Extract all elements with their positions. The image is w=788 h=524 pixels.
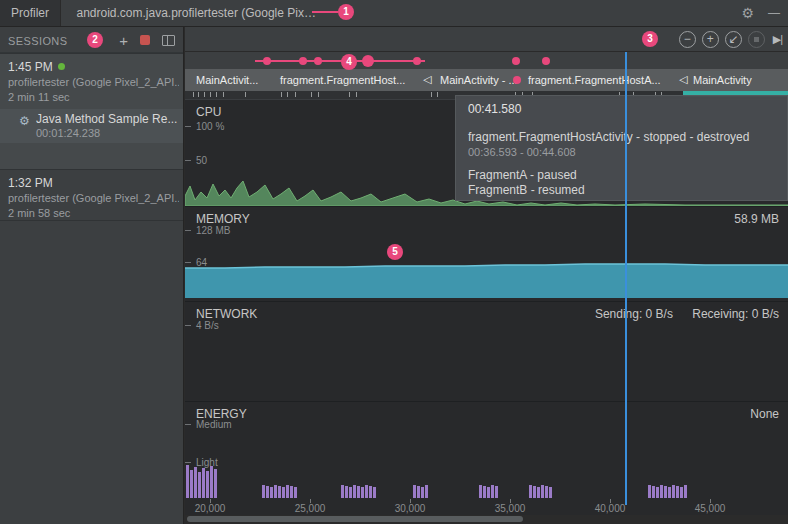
time-axis-label: 40,000 xyxy=(595,503,626,514)
session-item-1[interactable]: 1:45 PM profilertester (Google Pixel_2_A… xyxy=(0,53,183,169)
tooltip-range: 00:36.593 - 00:44.608 xyxy=(468,146,576,158)
network-sending: Sending: 0 B/s xyxy=(595,307,673,321)
add-session-button[interactable]: + xyxy=(119,33,128,48)
energy-bar xyxy=(198,472,201,498)
tab-profiler[interactable]: Profiler xyxy=(0,0,61,26)
tab-session[interactable]: android.com.java.profilertester (Google … xyxy=(65,0,333,26)
lifecycle-tick xyxy=(431,92,432,97)
energy-bar xyxy=(274,485,277,498)
stop-session-button[interactable] xyxy=(140,35,150,45)
lifecycle-tick xyxy=(318,92,319,97)
annotation-badge-4: 4 xyxy=(341,54,357,70)
energy-bar xyxy=(668,487,671,498)
energy-bar xyxy=(353,485,356,498)
settings-gear-icon[interactable]: ⚙ xyxy=(741,5,754,21)
energy-bar xyxy=(676,486,679,498)
activity-label: MainActivity xyxy=(693,74,752,86)
profiler-toolbar: − + ↙ ▶| 3 xyxy=(185,27,788,52)
energy-bar xyxy=(190,470,193,498)
energy-section[interactable]: ENERGY None Medium Light xyxy=(185,401,788,499)
reset-zoom-button[interactable]: ↙ xyxy=(725,31,742,48)
activity-event-dot xyxy=(314,57,322,65)
energy-bar xyxy=(186,465,189,498)
lifecycle-tick xyxy=(210,92,211,97)
session-item-2[interactable]: 1:32 PM profilertester (Google Pixel_2_A… xyxy=(0,169,183,221)
energy-bar xyxy=(652,486,655,498)
memory-current-value: 58.9 MB xyxy=(734,212,779,226)
scrollbar-thumb[interactable] xyxy=(187,516,523,522)
time-axis-label: 35,000 xyxy=(495,503,526,514)
lifecycle-tick xyxy=(287,92,288,97)
energy-current-value: None xyxy=(750,407,779,421)
tooltip-time: 00:41.580 xyxy=(468,102,521,116)
live-indicator-dot xyxy=(58,63,65,70)
energy-bar xyxy=(483,486,486,498)
session-artifact-item[interactable]: ⚙ Java Method Sample Re... 00:01:24.238 xyxy=(0,109,183,143)
energy-bar xyxy=(194,467,197,498)
energy-bar xyxy=(413,485,416,498)
energy-bar xyxy=(421,487,424,498)
activity-label: MainActivity - ... xyxy=(440,74,518,86)
time-axis-label: 30,000 xyxy=(395,503,426,514)
go-live-button[interactable]: ▶| xyxy=(773,33,782,46)
activity-event-dot xyxy=(263,57,271,65)
sessions-header: SESSIONS + 2 xyxy=(0,27,183,53)
energy-bar xyxy=(541,485,544,498)
axis-tick xyxy=(185,325,191,326)
hide-window-icon[interactable]: — xyxy=(768,6,780,20)
lifecycle-tick xyxy=(437,92,438,97)
time-axis-label: 45,000 xyxy=(695,503,726,514)
energy-bar xyxy=(349,487,352,498)
energy-bar xyxy=(262,485,265,498)
sessions-toolbar: + xyxy=(119,27,175,53)
energy-bar xyxy=(365,485,368,498)
energy-bar xyxy=(373,487,376,498)
energy-bar xyxy=(290,486,293,498)
energy-bar xyxy=(214,469,217,498)
session-duration: 2 min 11 sec xyxy=(8,91,70,103)
panel-layout-icon[interactable] xyxy=(162,35,175,46)
session-time: 1:45 PM xyxy=(8,60,65,74)
activity-event-dot xyxy=(513,76,521,84)
lifecycle-tick xyxy=(204,92,205,97)
energy-bar xyxy=(270,487,273,498)
memory-axis-128: 128 MB xyxy=(196,225,230,236)
memory-usage-chart xyxy=(185,261,788,301)
annotation-badge-5: 5 xyxy=(387,244,403,260)
energy-bar xyxy=(210,466,213,498)
energy-bar xyxy=(202,468,205,498)
session-device: profilertester (Google Pixel_2_API... xyxy=(8,76,179,88)
activity-label: MainActivit... xyxy=(196,74,258,86)
activity-event-strip[interactable] xyxy=(185,52,788,69)
sessions-panel: SESSIONS + 2 1:45 PM profilertester (Goo… xyxy=(0,27,184,524)
frame-selection-button[interactable] xyxy=(748,31,765,48)
network-axis-4bs: 4 B/s xyxy=(196,320,219,331)
activity-event-dot xyxy=(299,57,307,65)
energy-bar xyxy=(294,487,297,498)
energy-bar xyxy=(680,487,683,498)
horizontal-scrollbar[interactable] xyxy=(185,515,788,524)
network-title: NETWORK xyxy=(196,307,257,321)
energy-bar xyxy=(537,487,540,498)
energy-bar xyxy=(341,485,344,498)
memory-section[interactable]: MEMORY 58.9 MB 128 MB 64 xyxy=(185,206,788,301)
energy-bar xyxy=(479,485,482,498)
activity-lifecycle-row[interactable]: MainActivit... fragment.FragmentHost... … xyxy=(185,69,788,91)
zoom-in-button[interactable]: + xyxy=(702,31,719,48)
annotation-badge-1: 1 xyxy=(338,4,354,20)
lifecycle-tick xyxy=(281,92,282,97)
energy-bar xyxy=(495,486,498,498)
time-axis-label: 25,000 xyxy=(295,503,326,514)
session-time: 1:32 PM xyxy=(8,176,53,190)
energy-axis-medium: Medium xyxy=(196,419,232,430)
lifecycle-tick xyxy=(295,92,296,97)
network-section[interactable]: NETWORK Sending: 0 B/s Receiving: 0 B/s … xyxy=(185,301,788,401)
zoom-out-button[interactable]: − xyxy=(679,31,696,48)
energy-bar xyxy=(425,485,428,498)
time-axis-label: 20,000 xyxy=(195,503,226,514)
sessions-title: SESSIONS xyxy=(8,35,67,47)
tooltip-fragment-b: FragmentB - resumed xyxy=(468,183,585,197)
network-values: Sending: 0 B/s Receiving: 0 B/s xyxy=(579,307,779,321)
energy-bar xyxy=(533,486,536,498)
energy-bar xyxy=(664,486,667,498)
